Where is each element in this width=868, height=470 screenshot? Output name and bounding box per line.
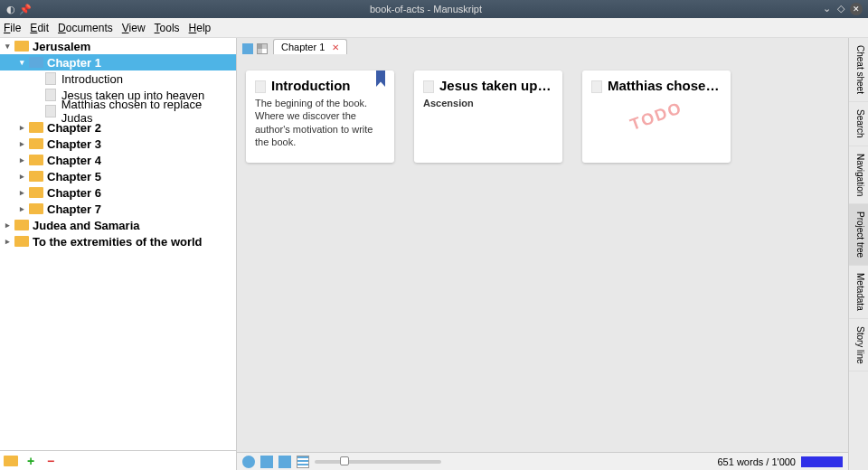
menu-edit[interactable]: Edit	[30, 22, 49, 34]
titlebar: ◐ 📌 book-of-acts - Manuskript ⌄ ◇ ✕	[0, 0, 868, 18]
card-title: Matthias chosen t…	[608, 78, 722, 93]
tab-bar: Chapter 1 ✕	[237, 38, 848, 54]
minimize-icon[interactable]: ⌄	[821, 3, 832, 14]
chevron-right-icon[interactable]: ▸	[16, 139, 27, 148]
grid-view-icon[interactable]	[257, 43, 268, 54]
zoom-slider[interactable]	[315, 460, 441, 464]
chevron-right-icon[interactable]: ▸	[16, 155, 27, 164]
folder-icon	[29, 171, 43, 182]
window-title: book-of-acts - Manuskript	[36, 4, 816, 14]
card-title: Jesus taken up int…	[439, 78, 553, 93]
menu-file[interactable]: File	[4, 22, 21, 34]
panel-tab-project-tree[interactable]: Project tree	[849, 204, 868, 266]
card-body: The begining of the book. Where we disco…	[255, 97, 385, 148]
tab-label: Chapter 1	[281, 42, 325, 52]
folder-icon	[14, 220, 29, 230]
word-count: 651 words / 1'000	[718, 456, 797, 467]
tree-folder-chapter7[interactable]: ▸Chapter 7	[0, 201, 236, 217]
close-icon[interactable]: ✕	[850, 3, 863, 15]
chevron-right-icon[interactable]: ▸	[2, 221, 13, 230]
add-button[interactable]: +	[24, 454, 38, 468]
chevron-right-icon[interactable]: ▸	[16, 188, 27, 197]
tree-folder-jerusalem[interactable]: ▾Jerusalem	[0, 38, 236, 54]
chevron-right-icon[interactable]: ▸	[16, 123, 27, 132]
menu-help[interactable]: Help	[189, 22, 212, 34]
folder-icon	[29, 122, 43, 133]
tab-chapter1[interactable]: Chapter 1 ✕	[273, 39, 347, 54]
document-icon	[591, 80, 602, 93]
view-list-icon[interactable]	[297, 456, 309, 468]
document-icon	[45, 105, 56, 118]
tree-folder-chapter5[interactable]: ▸Chapter 5	[0, 168, 236, 184]
chevron-down-icon[interactable]: ▾	[16, 58, 27, 67]
folder-icon	[14, 236, 29, 247]
tab-close-icon[interactable]: ✕	[332, 42, 339, 52]
tree-folder-chapter6[interactable]: ▸Chapter 6	[0, 184, 236, 201]
tree-folder-extremities[interactable]: ▸To the extremities of the world	[0, 233, 236, 249]
maximize-icon[interactable]: ◇	[835, 3, 846, 14]
view-grid-icon[interactable]	[278, 456, 291, 468]
panel-tab-navigation[interactable]: Navigation	[849, 146, 868, 204]
project-tree: ▾Jerusalem ▾Chapter 1 Introduction Jesus…	[0, 38, 236, 450]
chevron-right-icon[interactable]: ▸	[16, 172, 27, 181]
app-icon: ◐	[5, 4, 16, 14]
document-icon	[255, 80, 266, 93]
document-icon	[45, 89, 56, 101]
folder-icon	[29, 203, 43, 214]
sidebar: ▾Jerusalem ▾Chapter 1 Introduction Jesus…	[0, 38, 237, 470]
view-single-icon[interactable]	[260, 456, 273, 468]
card-body: Ascension	[423, 97, 553, 109]
menubar: File Edit Documents View Tools Help	[0, 18, 868, 38]
menu-view[interactable]: View	[122, 22, 146, 34]
content-area: Chapter 1 ✕ Introduction The begining of…	[237, 38, 848, 470]
todo-stamp: TODO	[627, 99, 684, 135]
panel-tab-search[interactable]: Search	[849, 102, 868, 146]
progress-bar	[801, 456, 843, 467]
document-icon	[423, 80, 434, 93]
folder-icon	[29, 187, 43, 198]
chevron-right-icon[interactable]: ▸	[2, 237, 13, 246]
tree-doc-matthias[interactable]: Matthias chosen to replace Judas	[0, 103, 236, 119]
slider-thumb[interactable]	[340, 456, 349, 465]
card-title: Introduction	[271, 78, 385, 93]
sidebar-toolbar: + −	[0, 450, 236, 470]
card-introduction[interactable]: Introduction The begining of the book. W…	[246, 70, 394, 163]
panel-tab-cheatsheet[interactable]: Cheat sheet	[849, 38, 868, 102]
panel-tab-metadata[interactable]: Metadata	[849, 266, 868, 319]
cards-area: Introduction The begining of the book. W…	[237, 54, 848, 452]
panel-tab-storyline[interactable]: Story line	[849, 319, 868, 372]
tree-folder-judea[interactable]: ▸Judea and Samaria	[0, 217, 236, 233]
card-jesus[interactable]: Jesus taken up int… Ascension	[414, 70, 562, 163]
new-folder-button[interactable]	[4, 454, 18, 468]
folder-icon	[14, 41, 29, 52]
folder-icon	[29, 57, 43, 68]
status-bar: 651 words / 1'000	[237, 452, 848, 470]
remove-button[interactable]: −	[43, 454, 58, 468]
chevron-down-icon[interactable]: ▾	[2, 42, 13, 51]
tree-folder-chapter3[interactable]: ▸Chapter 3	[0, 136, 236, 152]
folder-icon	[29, 138, 43, 149]
document-icon	[45, 72, 56, 85]
right-panel: Cheat sheet Search Navigation Project tr…	[848, 38, 868, 470]
folder-icon	[29, 155, 43, 165]
menu-documents[interactable]: Documents	[58, 22, 113, 34]
pin-icon[interactable]: 📌	[20, 4, 31, 14]
card-matthias[interactable]: Matthias chosen t… TODO	[582, 70, 731, 163]
chevron-right-icon[interactable]: ▸	[16, 204, 27, 213]
up-icon[interactable]	[242, 456, 255, 468]
menu-tools[interactable]: Tools	[155, 22, 180, 34]
view-mode-icon[interactable]	[242, 43, 253, 54]
folder-icon	[4, 456, 18, 466]
tree-folder-chapter4[interactable]: ▸Chapter 4	[0, 152, 236, 168]
tree-folder-chapter1[interactable]: ▾Chapter 1	[0, 54, 236, 70]
tree-doc-introduction[interactable]: Introduction	[0, 70, 236, 87]
